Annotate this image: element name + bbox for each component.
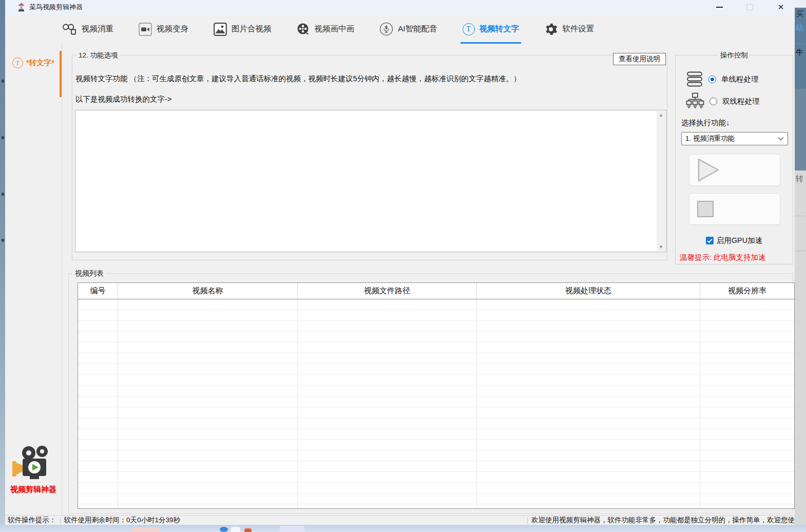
- table-cell: [477, 504, 700, 509]
- single-thread-radio[interactable]: [708, 75, 716, 83]
- background-window-right-sliver: 买 站 牛 转: [795, 0, 806, 532]
- table-cell: [78, 396, 118, 407]
- table-row[interactable]: [78, 450, 794, 461]
- table-row[interactable]: [78, 321, 794, 332]
- groupbox-title: 操作控制: [718, 51, 750, 60]
- table-cell: [78, 407, 118, 417]
- table-row[interactable]: [78, 483, 794, 493]
- tab-video-to-text[interactable]: T 视频转文字: [463, 14, 520, 44]
- table-cell: [700, 396, 794, 407]
- table-cell: [118, 461, 298, 471]
- table-cell: [477, 429, 700, 439]
- play-icon: [697, 158, 722, 182]
- feature-description: 视频转文字功能 （注：可生成原创文章，建议导入普通话标准的视频，视频时长建议5分…: [75, 74, 521, 84]
- table-cell: [78, 299, 118, 310]
- table-cell: [477, 472, 700, 482]
- table-row[interactable]: [78, 353, 794, 364]
- table-cell: [78, 321, 118, 331]
- sidebar-item-to-text[interactable]: T *转文字*: [12, 58, 54, 68]
- table-cell: [298, 418, 477, 428]
- table-cell: [118, 440, 298, 450]
- table-cell: [298, 321, 477, 331]
- table-cell: [298, 407, 477, 417]
- tab-ai-dubbing[interactable]: AI智能配音: [379, 14, 437, 44]
- table-cell: [118, 353, 298, 364]
- table-cell: [298, 310, 477, 320]
- table-row[interactable]: [78, 396, 794, 407]
- table-cell: [477, 321, 700, 331]
- table-cell: [700, 450, 794, 461]
- start-button[interactable]: [689, 154, 780, 186]
- table-cell: [700, 386, 794, 396]
- col-header-resolution[interactable]: 视频分辨率: [700, 283, 794, 299]
- tab-video-transform[interactable]: 视频变身: [139, 14, 188, 44]
- tab-settings[interactable]: 软件设置: [544, 14, 594, 44]
- tab-image-to-video[interactable]: 图片合视频: [214, 14, 272, 44]
- table-cell: [78, 450, 118, 461]
- gpu-checkbox-label: 启用GPU加速: [717, 236, 762, 245]
- groupbox-title: 视频列表: [73, 269, 106, 278]
- col-header-number[interactable]: 编号: [78, 283, 118, 299]
- view-instructions-button[interactable]: 查看使用说明: [613, 53, 666, 65]
- table-row[interactable]: [78, 493, 794, 504]
- table-row[interactable]: [78, 418, 794, 429]
- table-cell: [78, 364, 118, 374]
- table-row[interactable]: [78, 343, 794, 353]
- minimize-button[interactable]: [713, 1, 726, 13]
- vertical-scrollbar[interactable]: ▲ ▼: [657, 111, 665, 251]
- table-cell: [477, 461, 700, 471]
- table-row[interactable]: [78, 440, 794, 450]
- tab-label: 软件设置: [562, 24, 594, 34]
- scroll-down-icon[interactable]: ▼: [659, 243, 663, 251]
- table-cell: [700, 407, 794, 417]
- table-row[interactable]: [78, 364, 794, 375]
- tab-label: 图片合视频: [232, 24, 272, 34]
- close-button[interactable]: ✕: [774, 1, 788, 13]
- function-select[interactable]: 1. 视频消重功能: [681, 132, 788, 145]
- stop-button[interactable]: [689, 193, 780, 225]
- table-cell: [700, 504, 794, 509]
- table-cell: [700, 332, 794, 342]
- double-thread-label: 双线程处理: [722, 97, 760, 106]
- col-header-path[interactable]: 视频文件路径: [298, 283, 477, 299]
- table-cell: [298, 504, 477, 509]
- table-row[interactable]: [78, 299, 794, 310]
- table-cell: [78, 375, 118, 385]
- tab-video-dedupe[interactable]: 视频消重: [62, 14, 113, 44]
- table-cell: [118, 299, 298, 310]
- table-cell: [700, 353, 794, 364]
- table-cell: [118, 418, 298, 428]
- col-header-status[interactable]: 视频处理状态: [477, 283, 700, 299]
- table-row[interactable]: [78, 504, 794, 509]
- table-cell: [477, 353, 700, 364]
- maximize-button[interactable]: [743, 1, 757, 13]
- table-row[interactable]: [78, 472, 794, 483]
- microphone-icon: [379, 22, 393, 36]
- scroll-up-icon[interactable]: ▲: [659, 111, 663, 119]
- table-row[interactable]: [78, 429, 794, 440]
- video-table[interactable]: 编号 视频名称 视频文件路径 视频处理状态 视频分辨率: [78, 282, 795, 509]
- window-title: 菜鸟视频剪辑神器: [29, 3, 83, 12]
- table-row[interactable]: [78, 407, 794, 418]
- tab-picture-in-picture[interactable]: 视频画中画: [297, 14, 355, 44]
- transcript-textarea[interactable]: ▲ ▼: [75, 110, 666, 252]
- table-cell: [700, 472, 794, 482]
- text-t-icon: T: [463, 23, 475, 35]
- function-options-groupbox: 12. 功能选项 查看使用说明 视频转文字功能 （注：可生成原创文章，建议导入普…: [72, 55, 667, 260]
- double-thread-radio[interactable]: [709, 98, 717, 105]
- table-cell: [477, 386, 700, 396]
- table-cell: [118, 364, 298, 374]
- table-cell: [118, 504, 298, 509]
- stop-icon: [697, 200, 714, 218]
- table-cell: [118, 386, 298, 396]
- gpu-checkbox[interactable]: [706, 237, 714, 244]
- table-row[interactable]: [78, 386, 794, 396]
- table-row[interactable]: [78, 310, 794, 321]
- table-row[interactable]: [78, 375, 794, 386]
- app-logo-icon: [17, 3, 25, 12]
- table-cell: [298, 483, 477, 493]
- col-header-name[interactable]: 视频名称: [118, 283, 298, 299]
- double-thread-tree-icon: [686, 92, 704, 110]
- table-row[interactable]: [78, 332, 794, 343]
- table-row[interactable]: [78, 461, 794, 472]
